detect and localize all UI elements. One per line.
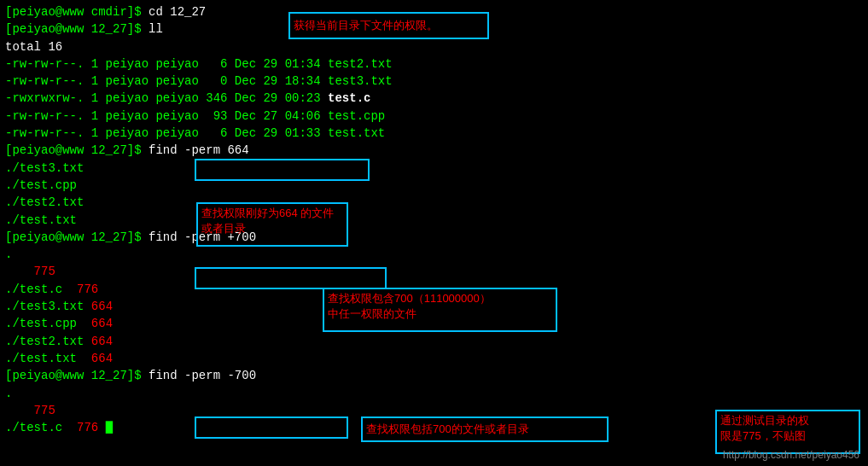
watermark: http://blog.csdn.net/peiyao456 <box>723 448 859 463</box>
perm-number: 664 <box>91 333 113 350</box>
terminal-line: ./test2.txt <box>5 194 863 211</box>
terminal-line: ./test.txt <box>5 212 863 229</box>
annotation-file-perms: 获得当前目录下文件的权限。 <box>288 12 489 39</box>
file-perms: -rwxrwxrw-. 1 peiyao peiyao 346 Dec 29 0… <box>5 90 328 107</box>
prompt: [peiyao@www 12_27]$ <box>5 229 149 246</box>
terminal-line: ./test3.txt <box>5 160 863 177</box>
terminal-line: ./test.cpp <box>5 177 863 194</box>
perm-number: 664 <box>91 350 113 367</box>
cmd-highlight-700-plus <box>195 267 387 289</box>
command: cd 12_27 <box>149 3 206 20</box>
output-text: ./test3.txt <box>5 160 84 177</box>
output-text: ./test.txt <box>5 350 91 367</box>
terminal-line: . <box>5 385 863 402</box>
terminal-line: [peiyao@www 12_27]$ find -perm +700 <box>5 229 863 246</box>
prompt: [peiyao@www 12_27]$ <box>5 20 149 38</box>
perm-number: 775 <box>5 402 55 419</box>
file-perms: -rw-rw-r--. 1 peiyao peiyao 6 Dec 29 01:… <box>5 55 393 73</box>
command: ll <box>149 20 163 38</box>
terminal-line: -rw-rw-r--. 1 peiyao peiyao 93 Dec 27 04… <box>5 108 863 125</box>
cursor: █ <box>98 419 113 436</box>
file-perms: -rw-rw-r--. 1 peiyao peiyao 6 Dec 29 01:… <box>5 125 385 142</box>
annotation-perm-700-all: 查找权限包括700的文件或者目录 <box>361 416 609 442</box>
command: find -perm -700 <box>149 367 256 384</box>
output-text: . <box>5 385 12 402</box>
terminal: [peiyao@www cmdir]$ cd 12_27 [peiyao@www… <box>0 0 868 466</box>
output-text: ./test.c <box>5 281 77 298</box>
perm-number: 664 <box>91 298 113 315</box>
terminal-line: -rwxrwxrw-. 1 peiyao peiyao 346 Dec 29 0… <box>5 90 863 107</box>
output-text: ./test.cpp <box>5 315 91 332</box>
terminal-line: ./test2.txt 664 <box>5 333 863 350</box>
cmd-highlight-700-minus <box>195 416 348 439</box>
annotation-perm-664: 查找权限刚好为664 的文件或者目录 <box>196 202 348 247</box>
terminal-line: 775 <box>5 263 863 280</box>
output-text: ./test3.txt <box>5 298 91 315</box>
terminal-line: [peiyao@www 12_27]$ find -perm -700 <box>5 367 863 384</box>
output-text: ./test2.txt <box>5 194 84 211</box>
terminal-line: total 16 <box>5 38 863 55</box>
terminal-line: -rw-rw-r--. 1 peiyao peiyao 0 Dec 29 18:… <box>5 73 863 90</box>
prompt: [peiyao@www cmdir]$ <box>5 3 149 20</box>
terminal-line: -rw-rw-r--. 1 peiyao peiyao 6 Dec 29 01:… <box>5 125 863 142</box>
output-text: ./test.cpp <box>5 177 77 194</box>
cmd-highlight-664 <box>195 159 370 181</box>
prompt: [peiyao@www 12_27]$ <box>5 142 149 159</box>
output-text: . <box>5 246 12 263</box>
perm-number: 664 <box>91 315 113 332</box>
output-text: ./test2.txt <box>5 333 91 350</box>
output-text: ./test.c <box>5 419 77 436</box>
output-text: ./test.txt <box>5 212 77 229</box>
terminal-line: . <box>5 246 863 263</box>
terminal-line: ./test.txt 664 <box>5 350 863 367</box>
output-text: total 16 <box>5 38 62 55</box>
prompt: [peiyao@www 12_27]$ <box>5 367 149 384</box>
annotation-perm-700-any: 查找权限包含700（111000000）中任一权限的文件 <box>323 288 557 332</box>
perm-number: 776 <box>77 419 98 436</box>
command: find -perm 664 <box>149 142 249 159</box>
perm-number: 775 <box>5 263 55 280</box>
perm-number: 776 <box>77 281 98 298</box>
terminal-line: -rw-rw-r--. 1 peiyao peiyao 6 Dec 29 01:… <box>5 55 863 73</box>
terminal-line: [peiyao@www 12_27]$ find -perm 664 <box>5 142 863 159</box>
file-perms: -rw-rw-r--. 1 peiyao peiyao 0 Dec 29 18:… <box>5 73 393 90</box>
file-perms: -rw-rw-r--. 1 peiyao peiyao 93 Dec 27 04… <box>5 108 385 125</box>
file-name-bold: test.c <box>328 90 370 107</box>
